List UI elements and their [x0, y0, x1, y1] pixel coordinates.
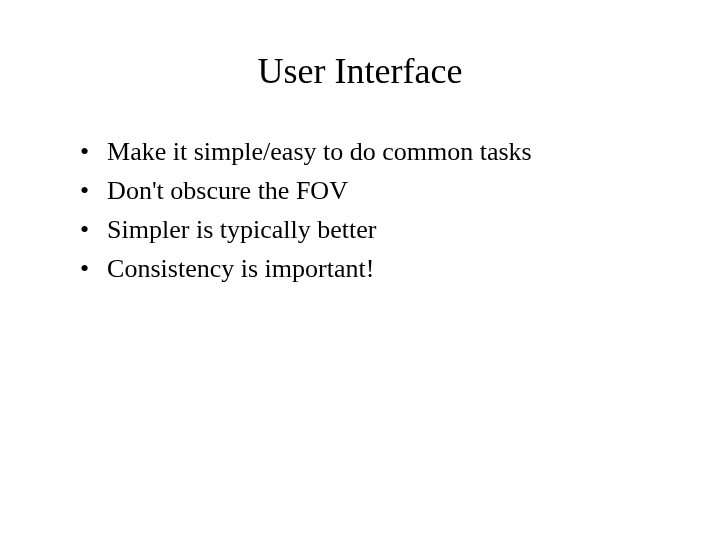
bullet-text: Consistency is important!	[107, 249, 660, 288]
bullet-icon: •	[80, 210, 89, 249]
slide-title: User Interface	[60, 50, 660, 92]
list-item: • Consistency is important!	[80, 249, 660, 288]
bullet-text: Make it simple/easy to do common tasks	[107, 132, 660, 171]
list-item: • Make it simple/easy to do common tasks	[80, 132, 660, 171]
bullet-icon: •	[80, 249, 89, 288]
bullet-icon: •	[80, 132, 89, 171]
list-item: • Don't obscure the FOV	[80, 171, 660, 210]
bullet-text: Simpler is typically better	[107, 210, 660, 249]
list-item: • Simpler is typically better	[80, 210, 660, 249]
bullet-list: • Make it simple/easy to do common tasks…	[60, 132, 660, 288]
bullet-icon: •	[80, 171, 89, 210]
bullet-text: Don't obscure the FOV	[107, 171, 660, 210]
